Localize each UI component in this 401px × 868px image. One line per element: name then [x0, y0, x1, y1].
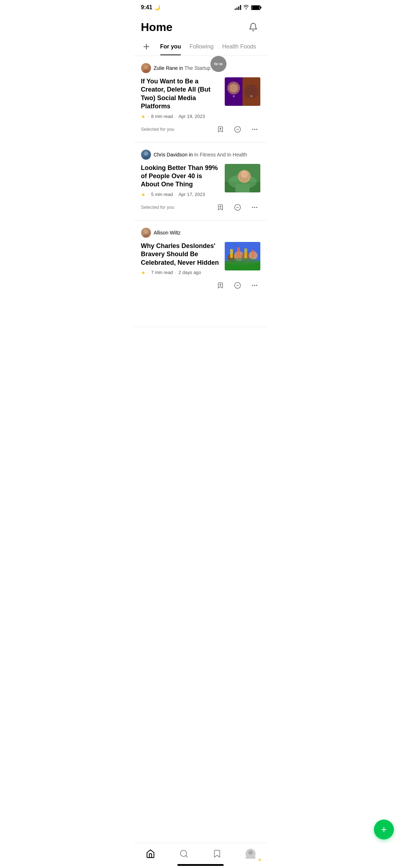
wifi-icon [243, 5, 249, 10]
article-actions [215, 280, 260, 291]
avatar [141, 150, 151, 160]
article-thumbnail [225, 164, 260, 192]
read-time: 7 min read [151, 270, 173, 275]
svg-point-17 [254, 129, 255, 130]
author-prep: in [179, 65, 184, 71]
bell-icon [249, 22, 258, 32]
svg-point-16 [252, 129, 253, 130]
article-meta: ★ · 8 min read · Apr 19, 2023 [141, 114, 220, 119]
svg-point-34 [256, 207, 257, 208]
more-options-button[interactable] [249, 124, 260, 135]
article-meta: ★ · 7 min read · 2 days ago [141, 270, 220, 275]
tab-following[interactable]: Following [185, 38, 218, 55]
publish-date: 2 days ago [178, 270, 201, 275]
status-bar: 9:41 🌙 [134, 0, 267, 13]
add-tab-button[interactable] [141, 38, 152, 56]
read-time: 5 min read [151, 192, 173, 197]
article-actions [215, 124, 260, 135]
battery-icon [251, 5, 260, 10]
more-options-button[interactable] [249, 280, 260, 291]
svg-point-52 [252, 285, 253, 286]
article-actions [215, 202, 260, 213]
author-line: Zulie Rane in The Startup [141, 63, 260, 73]
save-button[interactable] [215, 280, 226, 291]
article-meta: ★ · 5 min read · Apr 17, 2023 [141, 192, 220, 197]
author-line: Chris Davidson in In Fitness And In Heal… [141, 150, 260, 160]
svg-point-35 [144, 229, 148, 234]
svg-rect-45 [237, 247, 240, 258]
article-content: Looking Better Than 99% of People Over 4… [141, 164, 260, 197]
svg-point-33 [254, 207, 255, 208]
tab-for-you[interactable]: For you [156, 38, 186, 55]
article-card: Allison Wiltz Why Charles Deslondes' Bra… [134, 221, 267, 327]
more-options-button[interactable] [249, 202, 260, 213]
star-icon: ★ [141, 270, 146, 275]
notification-button[interactable] [246, 20, 260, 34]
svg-rect-26 [235, 184, 250, 192]
publish-date: Apr 17, 2023 [178, 192, 205, 197]
svg-point-19 [144, 151, 148, 156]
svg-point-20 [143, 156, 149, 160]
avatar [141, 63, 151, 73]
star-icon: ★ [141, 192, 146, 197]
author-name: Allison Wiltz [154, 230, 181, 236]
svg-point-32 [252, 207, 253, 208]
svg-point-36 [143, 234, 149, 238]
page-header: Home [134, 13, 267, 38]
status-icons [235, 5, 260, 10]
article-footer [141, 280, 260, 291]
tab-health-foods[interactable]: Health Foods [218, 38, 260, 55]
author-prep: in [189, 152, 194, 157]
status-time: 9:41 [141, 4, 152, 11]
moon-icon: 🌙 [154, 5, 160, 10]
svg-point-54 [256, 285, 257, 286]
article-footer: Selected for you [141, 124, 260, 135]
selected-label: Selected for you [141, 205, 175, 210]
less-button[interactable] [232, 280, 243, 291]
publication-name: In Fitness And In Health [194, 152, 247, 157]
svg-point-2 [144, 65, 148, 69]
page-title: Home [141, 21, 173, 34]
save-button[interactable] [215, 124, 226, 135]
author-line: Allison Wiltz [141, 228, 260, 238]
articles-list: tip up Zulie Rane in The Startup If You … [134, 56, 267, 327]
article-title[interactable]: Why Charles Deslondes' Bravery Should Be… [141, 242, 220, 267]
signal-icon [235, 5, 241, 10]
publication-name: The Startup [184, 65, 210, 71]
article-thumbnail [225, 242, 260, 270]
read-time: 8 min read [151, 114, 173, 119]
article-title[interactable]: Looking Better Than 99% of People Over 4… [141, 164, 220, 189]
svg-point-43 [225, 258, 260, 265]
svg-rect-47 [251, 250, 254, 258]
avatar [141, 228, 151, 238]
star-icon: ★ [141, 114, 146, 119]
author-name: Zulie Rane [154, 65, 178, 71]
svg-point-3 [143, 70, 149, 73]
selected-label: Selected for you [141, 126, 175, 132]
article-content: If You Want to Be a Creator, Delete All … [141, 77, 260, 119]
svg-point-53 [254, 285, 255, 286]
author-name: Chris Davidson [154, 152, 188, 157]
article-content: Why Charles Deslondes' Bravery Should Be… [141, 242, 260, 275]
article-title[interactable]: If You Want to Be a Creator, Delete All … [141, 77, 220, 111]
article-thumbnail: ◉ ▦ [225, 77, 260, 106]
svg-point-27 [240, 172, 249, 181]
less-button[interactable] [232, 124, 243, 135]
article-card: tip up Zulie Rane in The Startup If You … [134, 56, 267, 143]
publish-date: Apr 19, 2023 [178, 114, 205, 119]
svg-text:▦: ▦ [250, 94, 253, 98]
svg-text:◉: ◉ [232, 94, 235, 98]
svg-point-18 [256, 129, 257, 130]
tabs-bar: For you Following Health Foods [134, 38, 267, 56]
less-button[interactable] [232, 202, 243, 213]
svg-rect-44 [230, 249, 233, 258]
tooltip-bubble: tip up [210, 56, 226, 72]
svg-rect-9 [225, 77, 260, 106]
article-footer: Selected for you [141, 202, 260, 213]
article-card: Chris Davidson in In Fitness And In Heal… [134, 143, 267, 221]
save-button[interactable] [215, 202, 226, 213]
svg-rect-46 [244, 248, 247, 258]
